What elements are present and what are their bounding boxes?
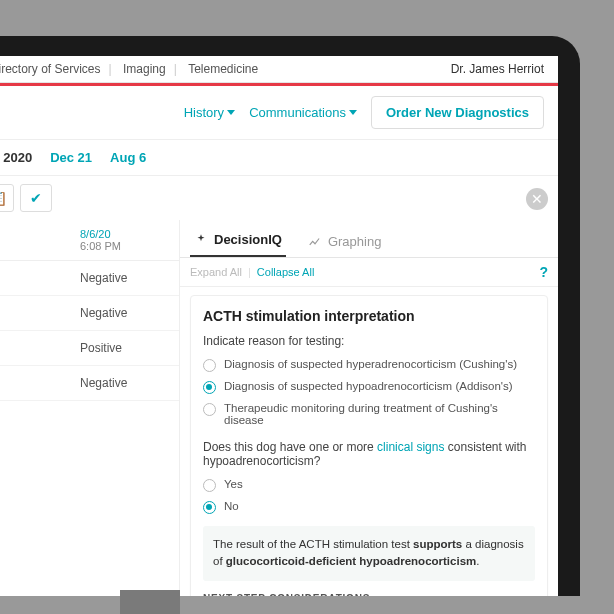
top-bar: ome| Directory of Services| Imaging| Tel… — [0, 56, 558, 83]
detail-panel: ✕ DecisionIQ Graphing Expand All | Colla… — [180, 220, 558, 596]
icon-row: ✆ 📋 ✔ — [0, 176, 558, 220]
reason-prompt: Indicate reason for testing: — [203, 334, 535, 348]
radio-yes[interactable]: Yes — [203, 474, 535, 496]
tabs: DecisionIQ Graphing — [180, 220, 558, 258]
device-frame: ome| Directory of Services| Imaging| Tel… — [0, 36, 580, 596]
clinical-signs-prompt: Does this dog have one or more clinical … — [203, 440, 535, 468]
chevron-down-icon — [227, 110, 235, 115]
radio-no[interactable]: No — [203, 496, 535, 518]
date-bar: Mar 16 2020 Dec 21 Aug 6 — [0, 140, 558, 176]
card-title: ACTH stimulation interpretation — [203, 308, 535, 324]
clipboard-button[interactable]: 📋 — [0, 184, 14, 212]
clipboard-icon: 📋 — [0, 190, 7, 206]
radio-icon — [203, 359, 216, 372]
tab-graphing[interactable]: Graphing — [304, 226, 385, 257]
result-summary: The result of the ACTH stimulation test … — [203, 526, 535, 581]
timestamp-time: 6:08 PM — [80, 240, 179, 252]
radio-icon — [203, 479, 216, 492]
close-button[interactable]: ✕ — [526, 188, 548, 210]
sparkle-icon — [194, 233, 208, 247]
interpretation-card: ACTH stimulation interpretation Indicate… — [190, 295, 548, 596]
order-diagnostics-button[interactable]: Order New Diagnostics — [371, 96, 544, 129]
radio-icon — [203, 381, 216, 394]
breadcrumb: ome| Directory of Services| Imaging| Tel… — [0, 62, 262, 76]
year-2020: 2020 — [3, 150, 32, 165]
chart-icon — [308, 235, 322, 249]
expand-all[interactable]: Expand All — [190, 266, 242, 278]
check-button[interactable]: ✔ — [20, 184, 52, 212]
date-dec21[interactable]: Dec 21 — [50, 150, 92, 165]
results-column: 8/6/20 6:08 PM Negative Negative Positiv… — [0, 220, 180, 596]
timestamp-date: 8/6/20 — [80, 228, 179, 240]
collapse-all[interactable]: Collapse All — [257, 266, 314, 278]
radio-cushings[interactable]: Diagnosis of suspected hyperadrenocortic… — [203, 354, 535, 376]
nav-directory[interactable]: Directory of Services — [0, 62, 105, 76]
device-stand — [120, 590, 180, 614]
result-row: Negative — [0, 296, 179, 331]
communications-dropdown[interactable]: Communications — [249, 105, 357, 120]
help-button[interactable]: ? — [539, 264, 548, 280]
content-area: 8/6/20 6:08 PM Negative Negative Positiv… — [0, 220, 558, 596]
close-icon: ✕ — [531, 191, 543, 207]
radio-therapeutic[interactable]: Therapeudic monitoring during treatment … — [203, 398, 535, 430]
timestamp: 8/6/20 6:08 PM — [0, 220, 179, 261]
clinical-signs-link[interactable]: clinical signs — [377, 440, 444, 454]
tab-decisioniq[interactable]: DecisionIQ — [190, 224, 286, 257]
history-dropdown[interactable]: History — [184, 105, 235, 120]
nav-imaging[interactable]: Imaging — [119, 62, 170, 76]
result-row: Negative — [0, 261, 179, 296]
radio-icon — [203, 501, 216, 514]
chevron-down-icon — [349, 110, 357, 115]
screen: ome| Directory of Services| Imaging| Tel… — [0, 56, 558, 596]
action-toolbar: History Communications Order New Diagnos… — [0, 86, 558, 140]
date-aug6[interactable]: Aug 6 — [110, 150, 146, 165]
user-name[interactable]: Dr. James Herriot — [451, 62, 544, 76]
result-row: Negative — [0, 366, 179, 401]
nav-telemedicine[interactable]: Telemedicine — [184, 62, 262, 76]
result-row: Positive — [0, 331, 179, 366]
check-icon: ✔ — [30, 190, 42, 206]
expand-collapse-row: Expand All | Collapse All ? — [180, 258, 558, 287]
radio-icon — [203, 403, 216, 416]
radio-addisons[interactable]: Diagnosis of suspected hypoadrenocortici… — [203, 376, 535, 398]
next-steps-header: NEXT STEP CONSIDERATIONS — [203, 593, 535, 597]
